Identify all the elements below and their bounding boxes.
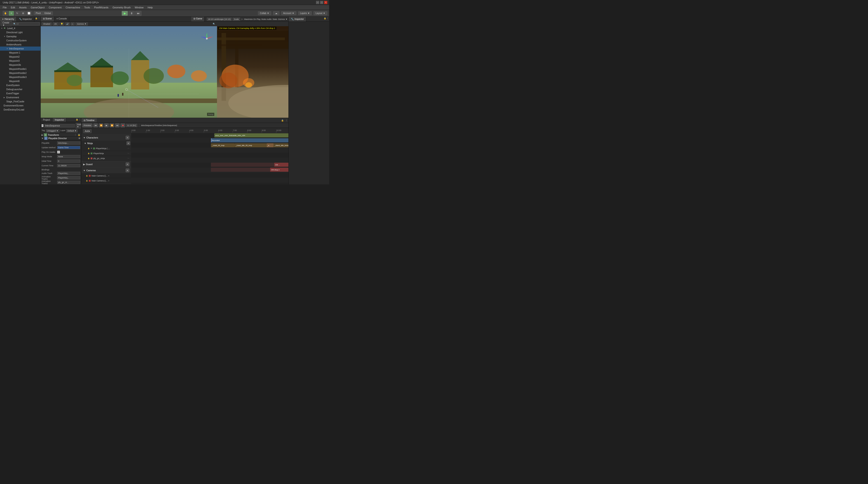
- transform-lock[interactable]: 🔒: [78, 134, 80, 136]
- scene-fx-btn[interactable]: 💡: [59, 22, 64, 26]
- tab-console[interactable]: ≡ Console: [54, 17, 69, 22]
- tab-inspector-bottom[interactable]: Inspector: [53, 118, 66, 122]
- hierarchy-search[interactable]: [12, 22, 39, 26]
- collab-button[interactable]: Collab ▼: [258, 11, 271, 15]
- timeline-add-btn[interactable]: Add▾: [83, 129, 92, 133]
- rect-tool[interactable]: ⬜: [26, 11, 32, 16]
- tree-item-wp3b[interactable]: Waypoint3b: [0, 63, 40, 67]
- hierarchy-menu[interactable]: ⋮: [38, 17, 40, 21]
- ninja-header[interactable]: ▼ Ninja +: [83, 140, 131, 146]
- tree-item-wph2[interactable]: WaypointHostile2: [0, 71, 40, 75]
- transform-settings[interactable]: ⋮: [74, 134, 76, 136]
- scene-search[interactable]: 🔍: [212, 23, 216, 25]
- gizmo-cube[interactable]: X Y Z: [201, 33, 213, 44]
- object-active-toggle[interactable]: ✓: [41, 124, 43, 127]
- tree-item-envscreen[interactable]: EnvironmentScreen: [0, 103, 40, 107]
- maximize-btn[interactable]: □: [320, 1, 323, 4]
- transform-header[interactable]: ▶ ⊕ Transform ⋮ 🔒: [41, 133, 81, 137]
- playable-director-header[interactable]: ▼ ▷ Playable Director ⚙: [41, 137, 81, 140]
- guard-add-btn[interactable]: +: [126, 162, 129, 166]
- 2d-btn[interactable]: 2D: [53, 22, 59, 26]
- right-menu[interactable]: ⋮: [327, 17, 329, 21]
- group-header-characters[interactable]: ▼ Characters +: [81, 135, 131, 140]
- tree-item-level4[interactable]: ▼ 👁 Level_4: [0, 26, 40, 30]
- tree-item-ambient[interactable]: AmbientAssets: [0, 42, 40, 46]
- playable-value[interactable]: IntroSequ...: [57, 141, 80, 144]
- tree-item-stage[interactable]: Stage_FirstCastle: [0, 99, 40, 103]
- scene-anim-btn[interactable]: ▷: [71, 22, 74, 26]
- timeline-tab[interactable]: ⊟ Timeline: [81, 119, 97, 122]
- track-playerninja1[interactable]: 🔒 👁 PlayerNinja ( ... ⋯: [83, 146, 131, 151]
- tag-dropdown[interactable]: Untagged ▼: [46, 129, 59, 132]
- tab-project[interactable]: Project: [41, 118, 53, 122]
- tree-item-construction[interactable]: ConstructionSystem: [0, 38, 40, 42]
- mute-btn[interactable]: Mute Audio: [261, 18, 272, 20]
- timeline-menu[interactable]: ⋮: [285, 119, 287, 122]
- inspector-menu[interactable]: ⋮: [79, 119, 81, 121]
- ninja-add-btn[interactable]: +: [127, 141, 130, 145]
- track-plygn-menu[interactable]: ⋯: [127, 157, 129, 159]
- shaded-btn[interactable]: Shaded: [41, 22, 52, 26]
- scene-audio-btn[interactable]: 🔊: [65, 22, 70, 26]
- menu-component[interactable]: Component: [47, 6, 63, 9]
- pd-settings[interactable]: ⚙: [79, 137, 80, 139]
- track-playerninja2-menu[interactable]: ⋯: [127, 152, 129, 154]
- tl-next-btn[interactable]: ⏩: [110, 123, 114, 127]
- tree-item-dirlight[interactable]: Directional Light: [0, 30, 40, 34]
- menu-edit[interactable]: Edit: [9, 6, 17, 9]
- tab-scene[interactable]: ⊟ Scene: [41, 17, 54, 22]
- tab-game[interactable]: ⊟ Game: [191, 17, 205, 22]
- tl-prev-btn[interactable]: ⏪: [99, 123, 103, 127]
- move-tool[interactable]: ✛: [8, 11, 14, 16]
- tab-inspector[interactable]: 🔧 Inspector: [17, 17, 34, 22]
- track-playerninja1-menu[interactable]: ⋯: [127, 147, 129, 149]
- tl-record-btn[interactable]: ⏺: [121, 123, 125, 127]
- menu-gameobject[interactable]: GameObject: [29, 6, 46, 9]
- menu-cinemachine[interactable]: Cinemachine: [64, 6, 82, 9]
- global-btn[interactable]: Global: [42, 11, 53, 15]
- tree-item-dontdestroy[interactable]: DontDestroyOnLoad: [0, 107, 40, 111]
- track-playerninja2[interactable]: 🔒 PlayerNinja ⋯: [83, 151, 131, 156]
- static-dropdown[interactable]: Static ▼: [76, 123, 81, 128]
- binding-anim1-value[interactable]: PlayerNinj...: [57, 176, 80, 180]
- tl-end-btn[interactable]: ⏭: [115, 123, 120, 127]
- minimize-btn[interactable]: —: [316, 1, 319, 4]
- rotate-tool[interactable]: ↻: [14, 11, 20, 16]
- menu-geometry[interactable]: Geometry Brush: [111, 6, 132, 9]
- tree-item-wp6[interactable]: Waypoint6: [0, 79, 40, 83]
- tree-item-wp2[interactable]: Waypoint2: [0, 55, 40, 59]
- gizmos-btn[interactable]: Gizmos ▼: [75, 22, 88, 26]
- hierarchy-lock[interactable]: 🔒: [35, 17, 37, 21]
- play-button[interactable]: ▶: [122, 11, 128, 16]
- group-header-guard[interactable]: ▶ Guard +: [81, 161, 131, 167]
- menu-assets[interactable]: Assets: [18, 6, 29, 9]
- track-maincam2[interactable]: 🔒 Main Camera ((... ●: [81, 178, 131, 183]
- tree-item-evttrigger[interactable]: EventTrigger: [0, 91, 40, 95]
- game-gizmos-btn[interactable]: Gizmos ▼: [278, 18, 287, 20]
- layout-button[interactable]: Layout ▼: [313, 11, 327, 15]
- tree-item-wph3[interactable]: WaypointHostile3: [0, 75, 40, 79]
- layers-button[interactable]: Layers ▼: [298, 11, 312, 15]
- inspector-lock[interactable]: 🔒: [76, 119, 78, 121]
- cloud-button[interactable]: ☁: [273, 11, 279, 15]
- characters-add-btn[interactable]: +: [126, 136, 129, 139]
- cameras-add-btn[interactable]: +: [126, 168, 129, 172]
- pivot-global-toggle[interactable]: Pivot Global: [34, 11, 53, 15]
- menu-help[interactable]: Help: [146, 6, 155, 9]
- initial-time-value[interactable]: 0: [57, 160, 80, 163]
- current-time-value[interactable]: 11.36026: [57, 164, 80, 167]
- wrap-mode-value[interactable]: None: [57, 155, 80, 158]
- pause-button[interactable]: ⏸: [128, 11, 135, 16]
- tl-start-btn[interactable]: ⏮: [93, 123, 98, 127]
- tree-item-environment[interactable]: ▶ Environment: [0, 95, 40, 99]
- game-resolution[interactable]: 16:10 Landscape (16:10): [207, 18, 232, 21]
- tree-item-wph1[interactable]: WaypointHostile1: [0, 67, 40, 71]
- tl-time-display[interactable]: 11:10 [81]: [126, 124, 137, 127]
- menu-pixelwizards[interactable]: PixelWizards: [92, 6, 110, 9]
- binding-audio-value[interactable]: PlayerNinj...: [57, 172, 80, 175]
- account-button[interactable]: Account ▼: [281, 11, 296, 15]
- right-inspector-tab[interactable]: 🔧 Inspector: [289, 17, 306, 22]
- stats-btn[interactable]: Stats: [273, 18, 277, 20]
- pivot-btn[interactable]: Pivot: [34, 11, 42, 15]
- tree-item-debuglauncher[interactable]: DebugLauncher: [0, 87, 40, 91]
